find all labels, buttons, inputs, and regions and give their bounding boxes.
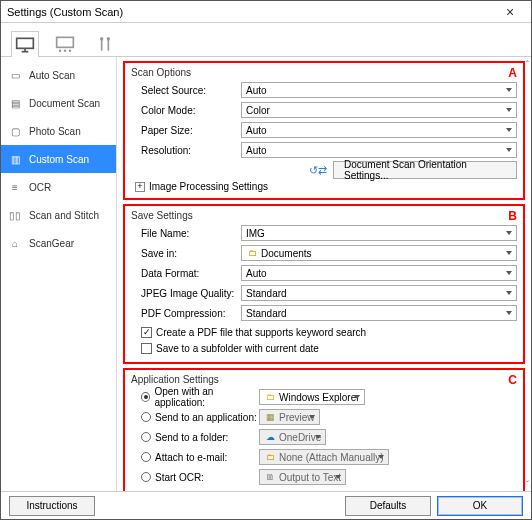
- pdf-compression-dropdown[interactable]: Standard: [241, 305, 517, 321]
- attach-email-dropdown[interactable]: 🗀None (Attach Manually): [259, 449, 389, 465]
- save-in-dropdown[interactable]: 🗀Documents: [241, 245, 517, 261]
- radio-off-icon: [141, 412, 151, 422]
- onedrive-icon: ☁: [264, 431, 276, 443]
- pdf-compression-label: PDF Compression:: [131, 308, 241, 319]
- open-with-radio[interactable]: Open with an application:: [131, 386, 259, 408]
- section-marker-c: C: [508, 373, 517, 387]
- pdf-keyword-checkbox-row[interactable]: ✓ Create a PDF file that supports keywor…: [131, 324, 517, 340]
- sidebar-item-ocr[interactable]: ≡ OCR: [1, 173, 116, 201]
- mail-icon: 🗀: [264, 451, 276, 463]
- sidebar-item-label: Custom Scan: [29, 154, 89, 165]
- save-settings-section: B Save Settings File Name: IMG Save in: …: [123, 204, 525, 364]
- save-settings-title: Save Settings: [131, 210, 517, 221]
- text-icon: 🗎: [264, 471, 276, 483]
- color-mode-label: Color Mode:: [131, 105, 241, 116]
- sidebar: ▭ Auto Scan ▤ Document Scan ▢ Photo Scan…: [1, 57, 117, 491]
- data-format-label: Data Format:: [131, 268, 241, 279]
- svg-point-6: [69, 49, 72, 51]
- scroll-up-icon[interactable]: ˆ: [526, 59, 529, 69]
- sidebar-item-label: OCR: [29, 182, 51, 193]
- color-mode-dropdown[interactable]: Color: [241, 102, 517, 118]
- jpeg-quality-dropdown[interactable]: Standard: [241, 285, 517, 301]
- network-monitor-icon: [55, 35, 75, 53]
- sidebar-item-label: Photo Scan: [29, 126, 81, 137]
- ocr-icon: ≡: [7, 180, 23, 194]
- titlebar: Settings (Custom Scan) ×: [1, 1, 531, 23]
- resolution-dropdown[interactable]: Auto: [241, 142, 517, 158]
- tab-network-scanner[interactable]: [51, 30, 79, 56]
- stitch-icon: ▯▯: [7, 208, 23, 222]
- rotate-icon[interactable]: ↺⇄: [309, 164, 327, 177]
- footer: Instructions Defaults OK: [1, 491, 531, 519]
- paper-size-dropdown[interactable]: Auto: [241, 122, 517, 138]
- file-name-input[interactable]: IMG: [241, 225, 517, 241]
- image-processing-expander[interactable]: + Image Processing Settings: [131, 181, 517, 192]
- send-folder-dropdown[interactable]: ☁OneDrive: [259, 429, 326, 445]
- image-processing-label: Image Processing Settings: [149, 181, 268, 192]
- explorer-icon: 🗀: [264, 391, 276, 403]
- sidebar-item-label: Scan and Stitch: [29, 210, 99, 221]
- data-format-dropdown[interactable]: Auto: [241, 265, 517, 281]
- custom-scan-icon: ▥: [7, 152, 23, 166]
- radio-off-icon: [141, 472, 151, 482]
- sidebar-item-custom-scan[interactable]: ▥ Custom Scan: [1, 145, 116, 173]
- open-with-dropdown[interactable]: 🗀Windows Explorer: [259, 389, 365, 405]
- jpeg-quality-label: JPEG Image Quality:: [131, 288, 241, 299]
- scroll-down-icon[interactable]: ˇ: [526, 479, 529, 489]
- subfolder-checkbox-row[interactable]: Save to a subfolder with current date: [131, 340, 517, 356]
- send-app-radio[interactable]: Send to an application:: [131, 412, 259, 423]
- send-app-dropdown[interactable]: ▦Preview: [259, 409, 320, 425]
- start-ocr-radio[interactable]: Start OCR:: [131, 472, 259, 483]
- radio-on-icon: [141, 392, 150, 402]
- body: ▭ Auto Scan ▤ Document Scan ▢ Photo Scan…: [1, 57, 531, 491]
- scan-options-section: A Scan Options Select Source: Auto Color…: [123, 61, 525, 200]
- folder-icon: 🗀: [246, 247, 258, 259]
- checkbox-checked-icon: ✓: [141, 327, 152, 338]
- tab-tools[interactable]: [91, 30, 119, 56]
- scan-options-title: Scan Options: [131, 67, 517, 78]
- settings-window: Settings (Custom Scan) ×: [0, 0, 532, 520]
- checkbox-unchecked-icon: [141, 343, 152, 354]
- application-settings-section: C Application Settings Open with an appl…: [123, 368, 525, 491]
- orientation-settings-button[interactable]: Document Scan Orientation Settings...: [333, 161, 517, 179]
- scangear-icon: ⌂: [7, 236, 23, 250]
- auto-scan-icon: ▭: [7, 68, 23, 82]
- window-title: Settings (Custom Scan): [7, 6, 123, 18]
- svg-rect-3: [57, 37, 74, 47]
- monitor-icon: [15, 36, 35, 54]
- defaults-button[interactable]: Defaults: [345, 496, 431, 516]
- close-icon[interactable]: ×: [495, 4, 525, 20]
- tab-local-scanner[interactable]: [11, 31, 39, 57]
- sidebar-item-photo-scan[interactable]: ▢ Photo Scan: [1, 117, 116, 145]
- start-ocr-dropdown[interactable]: 🗎Output to Text: [259, 469, 346, 485]
- sidebar-item-document-scan[interactable]: ▤ Document Scan: [1, 89, 116, 117]
- instructions-button[interactable]: Instructions: [9, 496, 95, 516]
- attach-email-radio[interactable]: Attach to e-mail:: [131, 452, 259, 463]
- subfolder-label: Save to a subfolder with current date: [156, 343, 319, 354]
- sidebar-item-scangear[interactable]: ⌂ ScanGear: [1, 229, 116, 257]
- section-marker-a: A: [508, 66, 517, 80]
- svg-rect-0: [17, 38, 34, 48]
- top-tabstrip: [1, 23, 531, 57]
- resolution-label: Resolution:: [131, 145, 241, 156]
- file-name-label: File Name:: [131, 228, 241, 239]
- application-settings-title: Application Settings: [131, 374, 517, 385]
- svg-point-4: [59, 49, 62, 51]
- ok-button[interactable]: OK: [437, 496, 523, 516]
- send-folder-radio[interactable]: Send to a folder:: [131, 432, 259, 443]
- sidebar-item-auto-scan[interactable]: ▭ Auto Scan: [1, 61, 116, 89]
- select-source-dropdown[interactable]: Auto: [241, 82, 517, 98]
- photo-scan-icon: ▢: [7, 124, 23, 138]
- expand-icon: +: [135, 182, 145, 192]
- sidebar-item-label: ScanGear: [29, 238, 74, 249]
- radio-off-icon: [141, 432, 151, 442]
- svg-point-9: [100, 37, 103, 40]
- paper-size-label: Paper Size:: [131, 125, 241, 136]
- document-scan-icon: ▤: [7, 96, 23, 110]
- sidebar-item-scan-and-stitch[interactable]: ▯▯ Scan and Stitch: [1, 201, 116, 229]
- svg-point-10: [107, 37, 110, 40]
- section-marker-b: B: [508, 209, 517, 223]
- pdf-keyword-label: Create a PDF file that supports keyword …: [156, 327, 366, 338]
- preview-icon: ▦: [264, 411, 276, 423]
- sidebar-item-label: Auto Scan: [29, 70, 75, 81]
